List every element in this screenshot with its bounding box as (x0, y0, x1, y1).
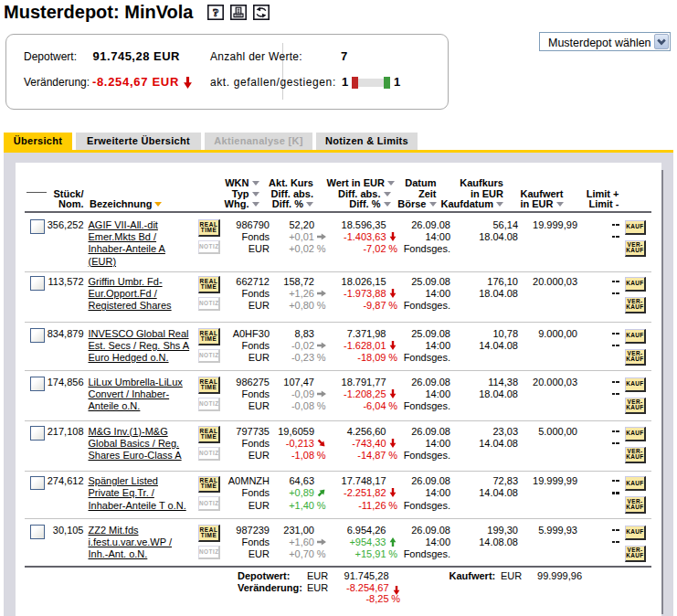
svg-text:?: ? (213, 5, 219, 19)
